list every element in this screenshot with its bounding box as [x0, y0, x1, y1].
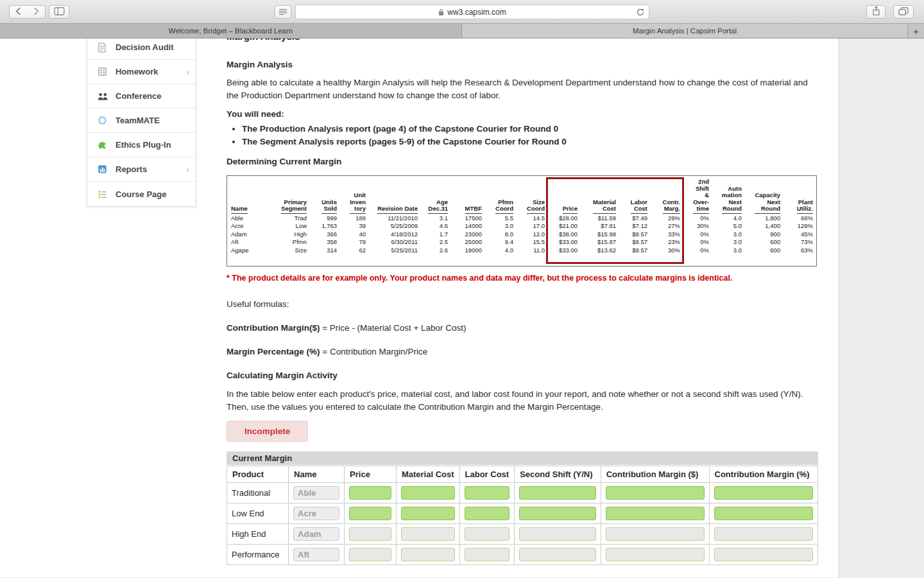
price-input[interactable] — [349, 548, 391, 561]
margin-col-header: Second Shift (Y/N) — [515, 466, 601, 483]
example-cell: 62 — [338, 247, 367, 255]
second-shift-input[interactable] — [519, 486, 595, 500]
example-cell: 1,400 — [743, 222, 782, 231]
current-margin-title: Current Margin — [227, 451, 818, 465]
contribution-margin-dollar-input[interactable] — [606, 548, 705, 561]
material-cost-input[interactable] — [401, 507, 455, 520]
material-cost-input[interactable] — [401, 486, 455, 500]
example-col-header: Age Dec.31 — [419, 179, 449, 215]
sidebar-item-label: Conference — [116, 91, 189, 101]
contribution-margin-percent-input[interactable] — [714, 507, 813, 520]
refresh-icon[interactable] — [636, 8, 645, 19]
sidebar-item-teammate[interactable]: TeamMATE — [87, 109, 196, 133]
sidebar-item-label: Decision Audit — [116, 42, 189, 52]
contribution-margin-dollar-input[interactable] — [606, 507, 705, 520]
example-cell: 23% — [649, 238, 681, 247]
sidebar-item-ethics-plugin[interactable]: Ethics Plug-In — [87, 133, 196, 157]
contribution-margin-percent-input[interactable] — [714, 486, 813, 500]
example-cell: 4.6 — [419, 222, 449, 231]
url-text: ww3.capsim.com — [447, 8, 506, 17]
sidebar-item-decision-audit[interactable]: Decision Audit — [87, 39, 196, 60]
example-col-header: Name — [230, 179, 266, 215]
second-shift-input[interactable] — [519, 507, 595, 520]
margin-table-row: TraditionalAble — [227, 483, 818, 504]
example-cell: 45% — [782, 231, 814, 239]
chevron-right-icon: › — [186, 67, 189, 76]
new-tab-button[interactable]: + — [907, 24, 924, 38]
example-cell: 25000 — [449, 238, 483, 247]
address-bar[interactable]: ww3.capsim.com — [295, 4, 649, 19]
contribution-margin-percent-input[interactable] — [714, 548, 813, 561]
example-cell: $7.12 — [617, 222, 649, 231]
labor-cost-input[interactable] — [465, 507, 510, 520]
tab-capsim-portal[interactable]: Margin Analysis | Capsim Portal — [462, 24, 924, 38]
sidebar-item-reports[interactable]: Reports › — [87, 157, 196, 182]
homework-grid-icon — [98, 66, 109, 77]
example-cell: 66% — [782, 215, 814, 223]
activity-heading: Calculating Margin Activity — [227, 371, 818, 380]
main-content: Margin Analysis Margin Analysis Being ab… — [227, 39, 818, 565]
name-input: Adam — [293, 527, 339, 541]
back-button[interactable] — [9, 5, 28, 19]
safari-window: ww3.capsim.com Welcome, Bridget – Blackb… — [0, 0, 924, 578]
labor-cost-input[interactable] — [465, 527, 510, 541]
example-cell: 73% — [782, 238, 814, 247]
price-input[interactable] — [349, 486, 391, 500]
example-cell: $8.57 — [617, 231, 649, 239]
example-cell: Agape — [230, 247, 266, 255]
formula-body: = Contribution Margin/Price — [320, 347, 428, 356]
you-will-need-list: The Production Analysis report (page 4) … — [242, 123, 818, 148]
margin-col-header: Material Cost — [396, 466, 459, 483]
example-cell: Aft — [230, 238, 266, 247]
reports-chart-icon — [98, 164, 109, 175]
second-shift-input[interactable] — [519, 527, 595, 541]
example-header-row: NamePrimary SegmentUnits SoldUnit Inven … — [230, 179, 814, 215]
example-table: NamePrimary SegmentUnits SoldUnit Inven … — [230, 179, 814, 254]
example-col-header: Plant Utiliz. — [782, 179, 814, 215]
contribution-margin-percent-input[interactable] — [714, 527, 813, 541]
tab-label: Margin Analysis | Capsim Portal — [633, 27, 737, 35]
example-cell: 12.0 — [515, 231, 546, 239]
example-cell: Adam — [230, 231, 266, 239]
sidebar-item-conference[interactable]: Conference — [87, 84, 196, 109]
back-icon — [15, 6, 21, 18]
product-label: Performance — [227, 545, 289, 565]
example-cell: 30% — [649, 247, 681, 255]
example-cell: $28.00 — [546, 215, 579, 223]
sidebar-item-label: Reports — [116, 164, 186, 174]
tab-overview-button[interactable] — [893, 5, 914, 19]
sidebar-item-course-page[interactable]: Course Page — [87, 182, 196, 206]
share-button[interactable] — [866, 5, 886, 19]
labor-cost-input[interactable] — [465, 486, 510, 500]
margin-table-row: Low EndAcre — [227, 504, 818, 524]
price-input[interactable] — [349, 507, 391, 520]
example-col-header: Unit Inven tory — [338, 179, 367, 215]
example-cell: 17.0 — [515, 222, 546, 231]
example-cell: $8.57 — [617, 238, 649, 247]
example-cell: $8.57 — [617, 247, 649, 255]
contribution-margin-dollar-input[interactable] — [606, 527, 705, 541]
labor-cost-input[interactable] — [465, 548, 510, 561]
price-input[interactable] — [349, 527, 391, 541]
second-shift-input[interactable] — [519, 548, 595, 561]
example-cell: 2.6 — [419, 247, 449, 255]
reader-view-button[interactable] — [275, 5, 291, 19]
formula-term: Contribution Margin($) — [227, 323, 320, 333]
forward-button[interactable] — [27, 5, 46, 19]
material-cost-input[interactable] — [401, 527, 455, 541]
tab-blackboard[interactable]: Welcome, Bridget – Blackboard Learn — [0, 24, 462, 38]
example-col-header: Material Cost — [579, 179, 617, 215]
formula-contribution-margin: Contribution Margin($) = Price - (Materi… — [227, 323, 818, 333]
material-cost-input[interactable] — [401, 548, 455, 561]
sidebar-toggle-button[interactable] — [49, 5, 69, 19]
sidebar-item-homework[interactable]: Homework › — [87, 60, 196, 84]
example-cell: 30% — [681, 222, 710, 231]
you-will-need-heading: You will need: — [227, 109, 818, 119]
example-cell: 4.0 — [483, 247, 515, 255]
contribution-margin-dollar-input[interactable] — [606, 486, 705, 500]
example-cell: $11.59 — [579, 215, 617, 223]
example-cell: 3.0 — [710, 231, 743, 239]
example-col-header: Pfmn Coord — [483, 179, 515, 215]
lock-icon — [438, 8, 444, 16]
product-label: Low End — [227, 504, 289, 524]
